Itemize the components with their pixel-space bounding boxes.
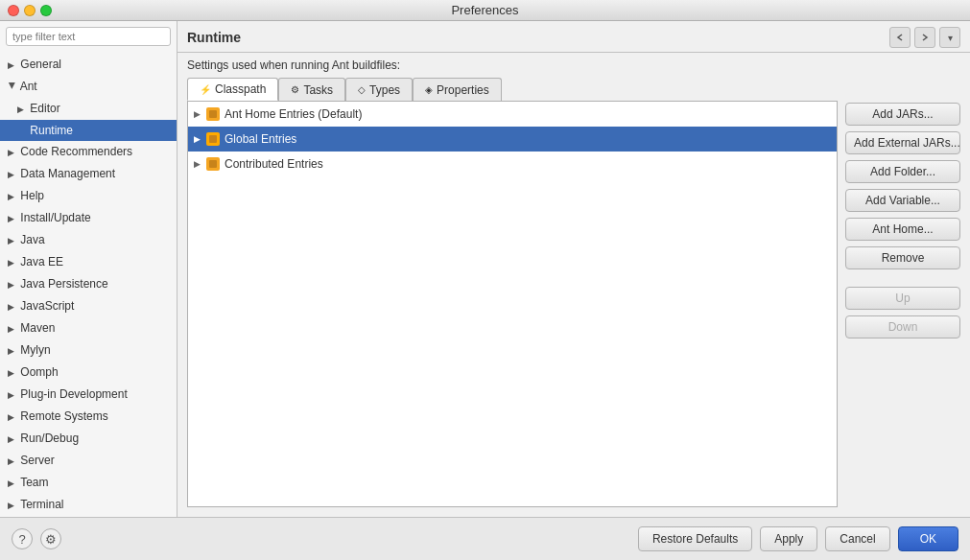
- arrow-icon: ▶: [8, 342, 17, 360]
- properties-tab-icon: ◈: [425, 84, 433, 95]
- sidebar-item-java-persistence[interactable]: ▶ Java Persistence: [0, 273, 177, 295]
- sidebar-item-install-update[interactable]: ▶ Install/Update: [0, 207, 177, 229]
- sidebar-item-mylyn[interactable]: ▶ Mylyn: [0, 339, 177, 362]
- add-jars-button[interactable]: Add JARs...: [845, 103, 960, 126]
- sidebar-item-javascript[interactable]: ▶ JavaScript: [0, 295, 177, 317]
- classpath-item-global[interactable]: ▶ Global Entries: [188, 127, 837, 152]
- arrow-icon: ▶: [17, 101, 27, 118]
- window-title: Preferences: [451, 3, 518, 17]
- cp-arrow-icon: ▶: [194, 105, 205, 124]
- bottom-bar: ? ⚙ Restore Defaults Apply Cancel OK: [0, 517, 970, 560]
- tab-properties[interactable]: ◈ Properties: [413, 78, 502, 101]
- arrow-icon: ▶: [8, 166, 17, 183]
- tab-tasks[interactable]: ⚙ Tasks: [278, 78, 345, 101]
- sidebar-item-general[interactable]: ▶ General: [0, 54, 177, 76]
- bottom-left: ? ⚙: [12, 528, 61, 549]
- content-area: ▶ General ▶ Ant ▶ Editor Runtime: [0, 21, 970, 517]
- arrow-icon: ▶: [8, 144, 17, 161]
- window-controls: [8, 5, 52, 16]
- back-button[interactable]: [889, 27, 911, 48]
- forward-button[interactable]: [914, 27, 935, 48]
- help-icon[interactable]: ?: [12, 528, 33, 549]
- arrow-icon: ▶: [8, 386, 17, 404]
- main-container: ▶ General ▶ Ant ▶ Editor Runtime: [0, 21, 970, 560]
- minimize-button[interactable]: [24, 5, 35, 16]
- sidebar-item-code-recommenders[interactable]: ▶ Code Recommenders: [0, 141, 177, 163]
- sidebar-item-data-management[interactable]: ▶ Data Management: [0, 163, 177, 185]
- arrow-icon: ▶: [8, 298, 17, 315]
- remove-button[interactable]: Remove: [845, 246, 960, 269]
- arrow-icon: ▶: [8, 232, 17, 249]
- action-buttons: Add JARs... Add External JARs... Add Fol…: [845, 101, 960, 507]
- classpath-tab-icon: ⚡: [200, 84, 211, 95]
- sidebar-item-editor[interactable]: ▶ Editor: [0, 98, 177, 120]
- sidebar-item-runtime[interactable]: Runtime: [0, 120, 177, 141]
- arrow-icon: ▶: [8, 57, 17, 74]
- arrow-icon: ▶: [8, 320, 17, 338]
- bottom-right: Restore Defaults Apply Cancel OK: [638, 526, 958, 551]
- classpath-item-ant-home[interactable]: ▶ Ant Home Entries (Default): [188, 102, 837, 127]
- sidebar-item-run-debug[interactable]: ▶ Run/Debug: [0, 428, 177, 450]
- tab-classpath[interactable]: ⚡ Classpath: [187, 78, 278, 101]
- sidebar-item-remote-systems[interactable]: ▶ Remote Systems: [0, 406, 177, 428]
- panel-header: Runtime ▾: [177, 21, 970, 53]
- arrow-icon: ▶: [8, 408, 17, 426]
- sidebar-item-java-ee[interactable]: ▶ Java EE: [0, 251, 177, 273]
- dropdown-button[interactable]: ▾: [939, 27, 960, 48]
- arrow-icon: ▶: [4, 82, 21, 92]
- sidebar-item-oomph[interactable]: ▶ Oomph: [0, 362, 177, 384]
- sidebar-item-maven[interactable]: ▶ Maven: [0, 317, 177, 339]
- arrow-icon: ▶: [8, 453, 17, 470]
- arrow-icon: ▶: [8, 276, 17, 293]
- arrow-icon: ▶: [8, 210, 17, 227]
- arrow-icon: ▶: [8, 188, 17, 205]
- arrow-icon: ▶: [8, 364, 17, 382]
- close-button[interactable]: [8, 5, 19, 16]
- sidebar-tree: ▶ General ▶ Ant ▶ Editor Runtime: [0, 52, 177, 517]
- down-button[interactable]: Down: [845, 315, 960, 338]
- tabs-row: ⚡ Classpath ⚙ Tasks ◇ Types ◈ Properties: [177, 78, 970, 101]
- ant-icon: [205, 156, 221, 172]
- sidebar-item-plugin-development[interactable]: ▶ Plug-in Development: [0, 384, 177, 406]
- cp-arrow-icon: ▶: [194, 129, 205, 149]
- maximize-button[interactable]: [40, 5, 52, 16]
- arrow-icon: ▶: [8, 431, 17, 448]
- filter-input[interactable]: [6, 27, 171, 46]
- add-external-jars-button[interactable]: Add External JARs...: [845, 131, 960, 154]
- add-folder-button[interactable]: Add Folder...: [845, 160, 960, 183]
- settings-icon[interactable]: ⚙: [40, 528, 61, 549]
- ok-button[interactable]: OK: [898, 526, 958, 551]
- right-panel: Runtime ▾ Settings used when running Ant…: [177, 21, 970, 517]
- restore-defaults-button[interactable]: Restore Defaults: [638, 526, 752, 551]
- tab-content: ▶ Ant Home Entries (Default) ▶ Global En…: [177, 101, 970, 517]
- up-button[interactable]: Up: [845, 287, 960, 310]
- ant-icon: [205, 106, 221, 122]
- ant-home-button[interactable]: Ant Home...: [845, 218, 960, 241]
- apply-button[interactable]: Apply: [760, 526, 817, 551]
- sidebar-item-java[interactable]: ▶ Java: [0, 229, 177, 251]
- description-text: Settings used when running Ant buildfile…: [177, 53, 970, 78]
- ant-icon: [205, 131, 221, 147]
- panel-title: Runtime: [187, 30, 241, 45]
- sidebar-item-ant[interactable]: ▶ Ant: [0, 76, 177, 98]
- cp-arrow-icon: ▶: [194, 154, 205, 174]
- sidebar-item-help[interactable]: ▶ Help: [0, 185, 177, 207]
- arrow-icon: ▶: [8, 254, 17, 271]
- arrow-icon: ▶: [8, 497, 17, 514]
- types-tab-icon: ◇: [358, 84, 366, 95]
- titlebar: Preferences: [0, 0, 970, 21]
- tab-types[interactable]: ◇ Types: [345, 78, 413, 101]
- button-separator: [845, 275, 960, 281]
- sidebar-item-terminal[interactable]: ▶ Terminal: [0, 494, 177, 516]
- arrow-icon: ▶: [8, 475, 17, 492]
- sidebar: ▶ General ▶ Ant ▶ Editor Runtime: [0, 21, 177, 517]
- sidebar-item-team[interactable]: ▶ Team: [0, 472, 177, 494]
- add-variable-button[interactable]: Add Variable...: [845, 189, 960, 212]
- sidebar-item-server[interactable]: ▶ Server: [0, 450, 177, 472]
- classpath-item-contributed[interactable]: ▶ Contributed Entries: [188, 152, 837, 176]
- header-icons: ▾: [889, 27, 960, 48]
- classpath-panel: ▶ Ant Home Entries (Default) ▶ Global En…: [187, 101, 838, 507]
- cancel-button[interactable]: Cancel: [825, 526, 889, 551]
- tasks-tab-icon: ⚙: [291, 84, 299, 95]
